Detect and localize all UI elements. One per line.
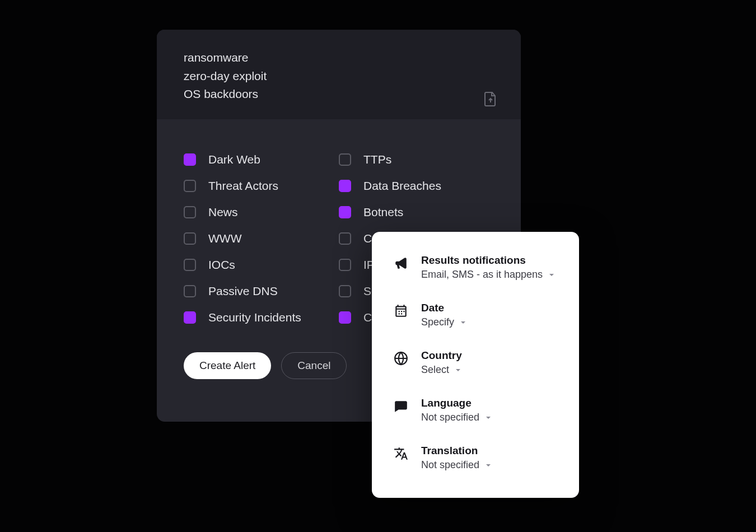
checkbox[interactable] xyxy=(339,232,351,245)
category-label: Data Breaches xyxy=(363,179,441,193)
settings-value-text: Not specified xyxy=(421,459,479,471)
checkbox[interactable] xyxy=(339,311,351,324)
category-item-ttps[interactable]: TTPs xyxy=(339,153,494,166)
settings-title: Translation xyxy=(421,445,558,457)
checkbox[interactable] xyxy=(184,285,196,297)
category-item-dark-web[interactable]: Dark Web xyxy=(184,153,339,166)
cancel-button[interactable]: Cancel xyxy=(281,352,347,379)
category-label: TTPs xyxy=(363,153,391,166)
checkbox[interactable] xyxy=(339,285,351,297)
settings-value-text: Email, SMS - as it happens xyxy=(421,269,543,281)
bullhorn-icon xyxy=(393,255,409,271)
settings-title: Results notifications xyxy=(421,254,558,267)
category-label: News xyxy=(208,206,238,219)
checkbox[interactable] xyxy=(184,232,196,245)
category-item-passive-dns[interactable]: Passive DNS xyxy=(184,284,339,298)
chevron-down-icon xyxy=(485,414,492,421)
category-label: Security Incidents xyxy=(208,311,301,324)
category-item-data-breaches[interactable]: Data Breaches xyxy=(339,179,494,193)
settings-value-dropdown[interactable]: Specify xyxy=(421,316,558,328)
settings-value-dropdown[interactable]: Not specified xyxy=(421,459,558,471)
keyword-line: ransomware xyxy=(184,49,494,67)
category-item-iocs[interactable]: IOCs xyxy=(184,258,339,272)
settings-row-country: Country Select xyxy=(393,349,558,376)
settings-value-text: Specify xyxy=(421,316,454,328)
category-label: Dark Web xyxy=(208,153,260,166)
upload-file-icon[interactable] xyxy=(484,91,497,107)
checkbox[interactable] xyxy=(339,180,351,192)
settings-row-date: Date Specify xyxy=(393,302,558,328)
category-label: IOCs xyxy=(208,258,235,272)
category-item-security-incidents[interactable]: Security Incidents xyxy=(184,311,339,324)
checkbox[interactable] xyxy=(184,153,196,166)
settings-value-dropdown[interactable]: Email, SMS - as it happens xyxy=(421,269,558,281)
settings-title: Date xyxy=(421,302,558,314)
settings-value-dropdown[interactable]: Select xyxy=(421,364,558,376)
checkbox[interactable] xyxy=(339,206,351,218)
category-item-www[interactable]: WWW xyxy=(184,232,339,245)
settings-popover: Results notifications Email, SMS - as it… xyxy=(372,232,579,498)
settings-value-text: Select xyxy=(421,364,449,376)
chat-icon xyxy=(393,398,409,414)
keywords-input[interactable]: ransomware zero-day exploit OS backdoors xyxy=(157,30,521,119)
chevron-down-icon xyxy=(455,367,461,374)
checkbox[interactable] xyxy=(339,259,351,271)
settings-title: Country xyxy=(421,349,558,362)
checkbox[interactable] xyxy=(184,311,196,324)
category-label: Botnets xyxy=(363,206,403,219)
checkbox[interactable] xyxy=(184,180,196,192)
keyword-line: zero-day exploit xyxy=(184,67,494,86)
category-label: Threat Actors xyxy=(208,179,278,193)
settings-title: Language xyxy=(421,397,558,409)
chevron-down-icon xyxy=(460,319,466,326)
checkbox[interactable] xyxy=(184,259,196,271)
checkbox[interactable] xyxy=(184,206,196,218)
category-label: WWW xyxy=(208,232,241,245)
settings-row-translation: Translation Not specified xyxy=(393,445,558,471)
category-label: Passive DNS xyxy=(208,284,278,298)
keyword-line: OS backdoors xyxy=(184,85,494,104)
category-item-news[interactable]: News xyxy=(184,206,339,219)
settings-row-language: Language Not specified xyxy=(393,397,558,423)
category-item-threat-actors[interactable]: Threat Actors xyxy=(184,179,339,193)
settings-value-text: Not specified xyxy=(421,412,479,423)
checkbox[interactable] xyxy=(339,153,351,166)
chevron-down-icon xyxy=(548,272,555,278)
category-item-botnets[interactable]: Botnets xyxy=(339,206,494,219)
create-alert-button[interactable]: Create Alert xyxy=(184,352,271,379)
chevron-down-icon xyxy=(485,462,492,469)
category-column-left: Dark Web Threat Actors News WWW IOCs Pas… xyxy=(184,153,339,324)
settings-value-dropdown[interactable]: Not specified xyxy=(421,412,558,423)
calendar-icon xyxy=(393,303,409,319)
translate-icon xyxy=(393,446,409,461)
globe-icon xyxy=(393,351,409,366)
settings-row-notifications: Results notifications Email, SMS - as it… xyxy=(393,254,558,281)
